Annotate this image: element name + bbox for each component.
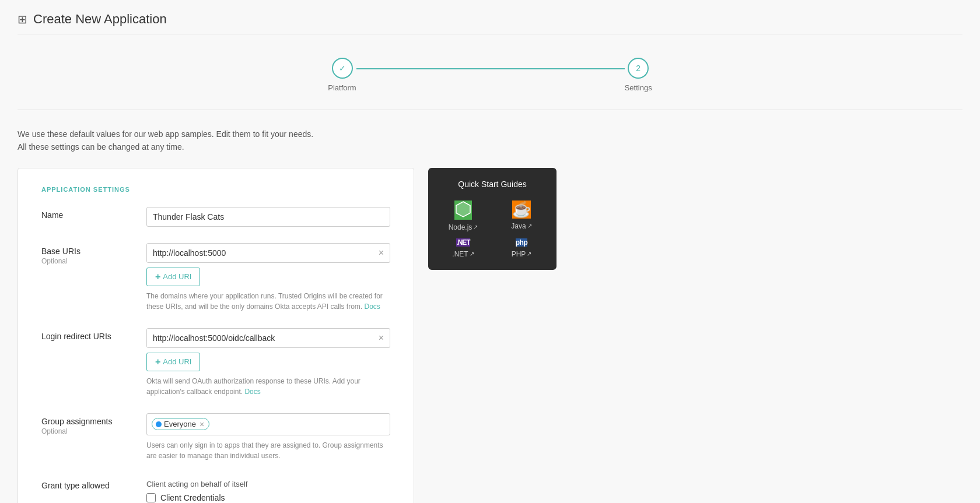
- group-tag-input[interactable]: Everyone ×: [146, 413, 390, 435]
- name-label: Name: [41, 210, 135, 220]
- login-redirect-field-col: × + Add URI Okta will send OAuth authori…: [146, 328, 390, 397]
- nodejs-icon: [454, 201, 472, 220]
- grant-type-field-col: Client acting on behalf of itself Client…: [146, 477, 390, 503]
- name-row: Name: [41, 207, 390, 227]
- base-uri-add-button[interactable]: + Add URI: [146, 268, 200, 286]
- php-external-icon: ↗: [527, 251, 531, 257]
- net-label: .NET ↗: [452, 250, 474, 258]
- step-connector-line: [356, 68, 625, 69]
- grant-type-row: Grant type allowed Client acting on beha…: [41, 477, 390, 503]
- client-credentials-label: Client Credentials: [160, 493, 225, 502]
- net-external-icon: ↗: [470, 251, 474, 257]
- login-redirect-label-col: Login redirect URIs: [41, 328, 135, 341]
- group-assign-optional: Optional: [41, 427, 135, 435]
- grant-type-label: Grant type allowed: [41, 481, 135, 490]
- intro-text: We use these default values for our web …: [18, 128, 963, 154]
- step-2-circle: 2: [628, 58, 649, 79]
- login-redirect-help-text: Okta will send OAuth authorization respo…: [146, 376, 390, 397]
- nodejs-label: Node.js ↗: [449, 223, 478, 231]
- everyone-tag-label: Everyone: [164, 420, 196, 428]
- group-assignments-row: Group assignments Optional Everyone × Us…: [41, 413, 390, 461]
- php-icon: php: [516, 238, 528, 247]
- step-1-label: Platform: [328, 83, 356, 92]
- everyone-tag: Everyone ×: [152, 418, 209, 430]
- java-external-icon: ↗: [527, 223, 532, 229]
- name-label-col: Name: [41, 207, 135, 220]
- login-redirect-add-button[interactable]: + Add URI: [146, 353, 200, 371]
- login-redirect-docs-link[interactable]: Docs: [244, 388, 260, 396]
- page-title: Create New Application: [33, 12, 167, 27]
- quick-start-java[interactable]: ☕ Java ↗: [496, 201, 547, 231]
- group-assign-label-col: Group assignments Optional: [41, 413, 135, 435]
- base-uri-clear-button[interactable]: ×: [373, 245, 390, 261]
- client-credentials-checkbox-group: Client Credentials: [146, 493, 390, 502]
- step-2-group: 2 Settings: [625, 58, 652, 92]
- group-assign-help-text: Users can only sign in to apps that they…: [146, 440, 390, 461]
- login-redirect-add-label: Add URI: [163, 357, 191, 366]
- main-content: APPLICATION SETTINGS Name Base URIs Opti…: [18, 168, 963, 503]
- login-redirect-input[interactable]: [147, 329, 373, 347]
- base-uri-help-text: The domains where your application runs.…: [146, 291, 390, 312]
- php-label: PHP ↗: [512, 250, 532, 258]
- tag-dot-icon: [156, 421, 162, 427]
- base-uri-input-wrapper: ×: [146, 243, 390, 263]
- nodejs-svg-icon: [454, 201, 472, 218]
- step-2-label: Settings: [625, 83, 652, 92]
- name-field-col: [146, 207, 390, 227]
- application-settings-card: APPLICATION SETTINGS Name Base URIs Opti…: [18, 168, 414, 503]
- login-redirect-label: Login redirect URIs: [41, 332, 135, 341]
- stepper: ✓ Platform 2 Settings: [18, 46, 963, 110]
- page-header: ⊞ Create New Application: [18, 12, 963, 34]
- svg-marker-0: [456, 202, 470, 217]
- base-uris-optional: Optional: [41, 257, 135, 265]
- plus-icon-2: +: [155, 357, 160, 367]
- java-label: Java ↗: [511, 222, 531, 230]
- grant-client-section-title: Client acting on behalf of itself: [146, 480, 390, 488]
- login-redirect-row: Login redirect URIs × + Add URI Okta wil…: [41, 328, 390, 397]
- base-uri-add-label: Add URI: [163, 272, 191, 281]
- client-credentials-checkbox[interactable]: [146, 493, 156, 502]
- quick-start-php[interactable]: php PHP ↗: [496, 238, 547, 258]
- app-grid-icon: ⊞: [18, 12, 27, 26]
- base-uris-row: Base URIs Optional × + Add URI The domai…: [41, 243, 390, 312]
- base-uri-input[interactable]: [147, 244, 373, 262]
- section-title: APPLICATION SETTINGS: [41, 186, 390, 193]
- quick-start-grid: Node.js ↗ ☕ Java ↗ .NET: [438, 201, 547, 258]
- step-1-group: ✓ Platform: [328, 58, 356, 92]
- grant-type-label-col: Grant type allowed: [41, 477, 135, 490]
- nodejs-external-icon: ↗: [473, 224, 478, 230]
- login-redirect-input-wrapper: ×: [146, 328, 390, 348]
- group-assign-field-col: Everyone × Users can only sign in to app…: [146, 413, 390, 461]
- java-icon: ☕: [512, 201, 531, 219]
- plus-icon: +: [155, 272, 160, 282]
- step-1-circle: ✓: [332, 58, 353, 79]
- group-assign-label: Group assignments: [41, 417, 135, 426]
- base-uri-docs-link[interactable]: Docs: [365, 302, 380, 311]
- quick-start-title: Quick Start Guides: [438, 180, 547, 189]
- quick-start-net[interactable]: .NET .NET ↗: [438, 238, 489, 258]
- everyone-tag-remove-button[interactable]: ×: [198, 420, 204, 428]
- quick-start-nodejs[interactable]: Node.js ↗: [438, 201, 489, 231]
- quick-start-panel: Quick Start Guides Node.js ↗: [428, 168, 556, 270]
- base-uris-field-col: × + Add URI The domains where your appli…: [146, 243, 390, 312]
- base-uris-label-col: Base URIs Optional: [41, 243, 135, 265]
- net-icon: .NET: [456, 238, 470, 247]
- base-uris-label: Base URIs: [41, 247, 135, 256]
- login-redirect-clear-button[interactable]: ×: [373, 330, 390, 346]
- name-input[interactable]: [146, 207, 390, 227]
